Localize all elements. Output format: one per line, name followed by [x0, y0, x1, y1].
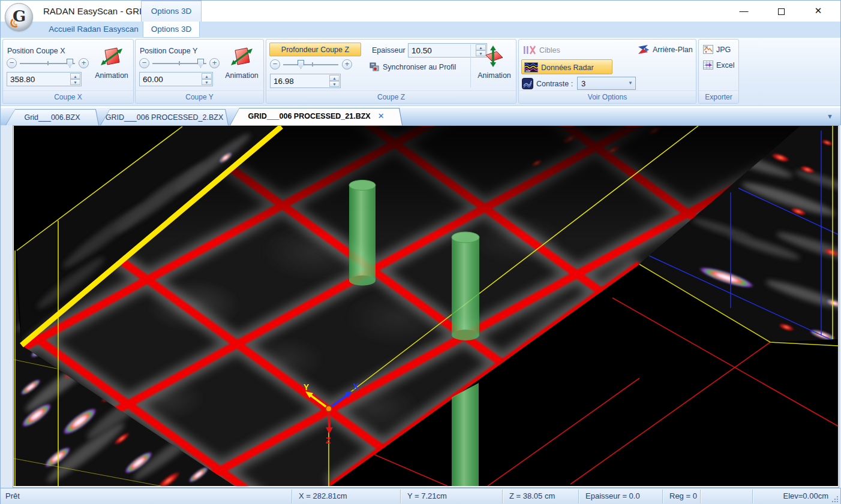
axis-z-label: Z — [326, 436, 331, 445]
export-excel-button[interactable]: Excel — [703, 61, 735, 70]
slider-z-tick — [312, 62, 313, 67]
status-ready: Prêt — [5, 491, 20, 500]
animation-x-icon — [100, 47, 123, 67]
tab-accueil[interactable]: Accueil Radan Easyscan — [37, 22, 151, 38]
group-label-exporter: Exporter — [699, 90, 738, 103]
animation-x-button[interactable]: Animation — [91, 47, 133, 80]
synchroniser-au-profil-button[interactable]: Synchroniser au Profil — [370, 62, 456, 72]
animation-y-icon — [230, 47, 253, 67]
group-label-coupe-z: Coupe Z — [266, 90, 516, 103]
arriere-plan-icon — [636, 44, 650, 55]
pile-cylinder-3[interactable] — [452, 383, 479, 486]
doc-tab-3-active[interactable]: GRID___006 PROCESSED_21.BZX✕ — [230, 108, 403, 125]
spin-down-button[interactable]: ▼ — [70, 79, 80, 85]
slider-x-thumb[interactable] — [67, 59, 73, 68]
sync-profil-icon — [370, 62, 380, 72]
slider-y-tick — [179, 61, 180, 65]
viewport-area: Y X Z — [1, 125, 841, 488]
maximize-button[interactable] — [762, 1, 800, 22]
slider-z-plus-button[interactable]: + — [342, 59, 352, 70]
profondeur-coupe-z-toggle[interactable]: Profondeur Coupe Z — [269, 43, 361, 56]
group-label-coupe-y: Coupe Y — [136, 90, 263, 103]
group-label-voir-options: Voir Options — [519, 90, 696, 103]
pile-cylinder-2[interactable] — [452, 232, 479, 340]
export-jpg-button[interactable]: JPG — [703, 45, 731, 54]
group-coupe-x: Position Coupe X − + 358.80 ▲ ▼ — [2, 39, 134, 104]
spin-down-button[interactable]: ▼ — [202, 79, 212, 85]
animation-z-icon — [483, 46, 506, 67]
3d-scene-svg: Y X Z — [14, 126, 838, 486]
group-voir-options: Cibles Arrière-Plan — [518, 39, 696, 104]
group-exporter: JPG Excel Exporter — [698, 39, 739, 104]
divider — [292, 490, 292, 503]
contraste-icon — [522, 78, 533, 89]
coupe-x-value-field[interactable]: 358.80 ▲ ▼ — [7, 72, 82, 86]
slider-z-thumb[interactable] — [298, 60, 304, 69]
group-label-coupe-x: Coupe X — [3, 90, 133, 103]
contraste-item: Contraste : — [522, 78, 573, 89]
divider — [400, 490, 401, 503]
slider-z-minus-button[interactable]: − — [270, 59, 280, 70]
status-reg: Reg = 0 — [669, 491, 697, 500]
close-button[interactable]: ✕ — [800, 1, 837, 22]
group-coupe-z: Profondeur Coupe Z − + 16.98 ▲ ▼ Epaisse… — [266, 39, 516, 104]
document-tab-bar: Grid___006.BZX GRID___006 PROCESSED_2.BZ… — [1, 107, 840, 125]
tab-list-dropdown[interactable]: ▼ — [827, 113, 833, 120]
divider — [578, 490, 579, 503]
status-z: Z = 38.05 cm — [509, 491, 555, 500]
arriere-plan-button[interactable]: Arrière-Plan — [636, 44, 693, 55]
coupe-z-spinner: ▲ ▼ — [329, 75, 340, 87]
tab-close-icon[interactable]: ✕ — [378, 111, 385, 120]
slider-y-minus-button[interactable]: − — [139, 58, 149, 68]
donnees-radar-toggle[interactable]: Données Radar — [521, 59, 612, 74]
divider — [470, 44, 471, 87]
application-window: G RADAN EasyScan - GRI... Options 3D — ✕… — [0, 0, 841, 504]
slider-y-thumb[interactable] — [197, 59, 204, 68]
contextual-tab-header[interactable]: Options 3D — [141, 1, 202, 22]
status-elev: Elev=0.00cm — [783, 491, 828, 500]
app-menu-button[interactable]: G — [5, 3, 33, 31]
position-coupe-x-label: Position Coupe X — [7, 47, 65, 55]
window-title: RADAN EasyScan - GRI... — [43, 6, 149, 16]
pile-cylinder-1[interactable] — [349, 180, 376, 286]
axis-x-label: X — [353, 381, 359, 391]
spin-up-button[interactable]: ▲ — [329, 75, 340, 81]
minimize-button[interactable]: — — [725, 1, 762, 22]
contraste-dropdown[interactable]: 3 ▼ — [577, 77, 636, 90]
maximize-icon — [778, 8, 785, 15]
epaisseur-label: Epaisseur — [372, 46, 406, 55]
slider-z-track[interactable] — [283, 64, 338, 65]
chevron-down-icon: ▼ — [628, 80, 633, 86]
status-epaisseur: Epaisseur = 0.0 — [585, 491, 640, 500]
tab-options-3d[interactable]: Options 3D — [143, 22, 200, 38]
cibles-button[interactable]: Cibles — [523, 46, 560, 55]
spin-up-button[interactable]: ▲ — [202, 73, 212, 79]
status-bar: Prêt X = 282.81cm Y = 7.21cm Z = 38.05 c… — [1, 488, 840, 504]
3d-scene[interactable]: Y X Z — [14, 126, 838, 486]
animation-y-button[interactable]: Animation — [221, 47, 263, 80]
donnees-radar-icon — [524, 62, 538, 73]
doc-tab-1[interactable]: Grid___006.BZX — [5, 109, 99, 125]
spin-up-button[interactable]: ▲ — [70, 73, 80, 79]
spin-down-button[interactable]: ▼ — [329, 81, 340, 87]
slider-y-plus-button[interactable]: + — [209, 58, 220, 68]
divider — [752, 490, 753, 503]
ribbon-tab-strip: Accueil Radan Easyscan Options 3D — [1, 22, 840, 38]
coupe-x-spinner: ▲ ▼ — [70, 73, 80, 85]
coupe-y-value-field[interactable]: 60.00 ▲ ▼ — [139, 72, 213, 86]
axis-y-label: Y — [304, 382, 310, 392]
divider — [662, 490, 663, 503]
coupe-z-value-field[interactable]: 16.98 ▲ ▼ — [270, 74, 341, 88]
slider-x-minus-button[interactable]: − — [7, 58, 17, 68]
animation-z-button[interactable]: Animation — [473, 46, 515, 80]
slider-x-plus-button[interactable]: + — [79, 58, 89, 68]
slider-x-tick — [47, 61, 49, 65]
canvas-frame: Y X Z — [13, 125, 839, 488]
resize-grip[interactable] — [831, 496, 839, 503]
divider — [502, 490, 503, 503]
status-y: Y = 7.21cm — [407, 491, 447, 500]
position-coupe-y-label: Position Coupe Y — [140, 47, 197, 55]
excel-icon — [703, 61, 713, 70]
coupe-y-spinner: ▲ ▼ — [202, 73, 212, 85]
doc-tab-2[interactable]: GRID___006 PROCESSED_2.BZX — [100, 109, 229, 125]
